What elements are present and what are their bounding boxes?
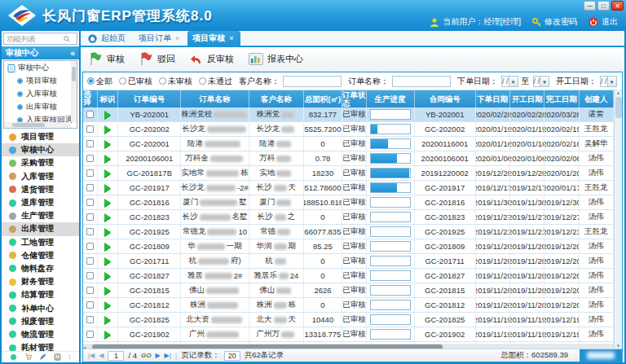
row-checkbox[interactable] [86, 125, 94, 133]
table-row[interactable]: 20200106001万科金万科0.78已审核202001060012020/0… [83, 151, 614, 166]
column-header-标识[interactable]: 标识 [98, 90, 119, 107]
tree-item-入库审核[interactable]: 入库审核 [4, 87, 77, 100]
first-page-button[interactable]: |◀ [88, 353, 95, 359]
sidebar-item-报废管理[interactable]: 报废管理 [2, 315, 79, 328]
column-header-订单编号[interactable]: 订单编号 [118, 90, 181, 107]
logout-link[interactable]: 退出 [589, 16, 618, 28]
tree-item-出库审核[interactable]: 出库审核 [4, 100, 77, 113]
tree-item-项目审核[interactable]: 项目审核 [4, 74, 77, 87]
sidebar-panel-header[interactable]: 审核中心 « [2, 46, 79, 59]
column-header-完工日期[interactable]: 完工日期 [544, 90, 579, 107]
row-checkbox[interactable] [86, 169, 94, 177]
sidebar-item-财务管理[interactable]: 财务管理 [2, 275, 79, 288]
sidebar-item-仓储管理[interactable]: 仓储管理 [2, 249, 79, 262]
sidebar-item-退货管理[interactable]: 退货管理 [2, 183, 79, 196]
驳回-button[interactable]: 驳回 [139, 52, 175, 66]
sidebar-item-采购管理[interactable]: 采购管理 [2, 156, 79, 169]
row-checkbox[interactable] [86, 243, 94, 250]
row-checkbox[interactable] [86, 272, 94, 279]
column-header-选择[interactable]: 选择 [83, 90, 98, 107]
sidebar-item-入库管理[interactable]: 入库管理 [2, 170, 79, 183]
order-date-from-picker[interactable]: / /▾ [501, 76, 518, 87]
scroll-up-icon[interactable]: ▲ [616, 90, 621, 95]
go-button[interactable]: GO [141, 352, 151, 359]
row-checkbox[interactable] [86, 184, 94, 191]
sidebar-item-退库管理[interactable]: 退库管理 [2, 196, 79, 209]
审核-button[interactable]: 审核 [89, 52, 125, 66]
row-checkbox[interactable] [86, 140, 94, 147]
radio-未通过[interactable]: 未通过 [199, 76, 232, 87]
chevron-down-icon[interactable]: ▾ [607, 77, 616, 86]
tree-vertical-scrollbar[interactable] [71, 61, 77, 122]
function-search-input[interactable] [7, 35, 64, 43]
chevron-down-icon[interactable]: ▾ [540, 77, 549, 86]
tree-horizontal-scrollbar[interactable] [4, 122, 71, 128]
sidebar-item-生产管理[interactable]: 生产管理 [2, 209, 79, 222]
page-size-input[interactable] [224, 351, 240, 361]
table-row[interactable]: GC-201925常德龙10常德266077.835..已审核GC-201925… [83, 225, 614, 239]
column-header-客户名称[interactable]: 客户名称 [249, 90, 304, 107]
customer-name-input[interactable] [283, 76, 342, 87]
function-search[interactable] [3, 33, 77, 45]
column-header-订单状态[interactable]: 订单状态 [342, 90, 367, 107]
chevron-down-icon[interactable]: ▾ [509, 77, 518, 86]
tab-项目审核[interactable]: 项目审核× [187, 31, 240, 46]
row-checkbox[interactable] [86, 316, 94, 323]
page-number-input[interactable] [108, 351, 124, 361]
change-password-link[interactable]: 修改密码 [532, 16, 577, 28]
tab-close-icon[interactable]: × [229, 34, 233, 42]
row-checkbox[interactable] [86, 111, 94, 118]
next-page-button[interactable]: ▶ [155, 353, 160, 359]
报表中心-button[interactable]: 报表中心 [249, 53, 303, 65]
cart-icon[interactable] [24, 353, 32, 361]
sidebar-item-物料盘存[interactable]: 物料盘存 [2, 262, 79, 275]
minimize-button[interactable]: ─ [584, 1, 596, 11]
radio-全部[interactable]: 全部 [87, 76, 112, 87]
sidebar-item-项目管理[interactable]: 项目管理 [2, 130, 79, 143]
order-name-input[interactable] [392, 76, 451, 87]
row-checkbox[interactable] [86, 213, 94, 221]
table-row[interactable]: GC-201711杭府)杭0已审核GC-2017112019/11/202019… [83, 254, 614, 269]
table-row[interactable]: GC-201902广州广州万13318.775已审核GC-2019022019/… [83, 327, 614, 342]
table-row[interactable]: YB-202001株洲党校株洲党832.177已审核YB-2020012020/… [83, 107, 614, 122]
column-header-合同编号[interactable]: 合同编号 [415, 90, 476, 107]
table-row[interactable]: GC-201809华一期华润期85.25已审核GC-2018092019/11/… [83, 239, 614, 254]
table-row[interactable]: GC-202001陆港陆港0已审核202001160012020/01/1620… [83, 137, 614, 151]
start-date-picker[interactable]: / /▾ [600, 76, 617, 87]
radio-已审核[interactable]: 已审核 [119, 76, 152, 87]
row-checkbox[interactable] [86, 331, 94, 338]
more-icon[interactable]: ⁞ [68, 354, 70, 361]
column-header-开工日期[interactable]: 开工日期 [510, 90, 544, 107]
row-checkbox[interactable] [86, 257, 94, 265]
column-header-生产进度[interactable]: 生产进度 [367, 90, 415, 107]
collapse-icon[interactable]: « [70, 49, 75, 58]
table-row[interactable]: GC-201812株洲株洲栋0已审核GC-2018122019/11/20201… [83, 298, 614, 313]
tree-root-node[interactable]: 审核中心 [4, 61, 77, 74]
column-header-创建人[interactable]: 创建人 [580, 90, 614, 107]
green-dot-icon[interactable] [10, 353, 17, 361]
book-icon[interactable] [54, 353, 61, 361]
prev-page-button[interactable]: ◀ [99, 353, 104, 359]
table-row[interactable]: GC-202002长沙龙长沙龙65525.7200..已审核GC-2020022… [83, 122, 614, 137]
tab-起始页[interactable]: 起始页 [83, 31, 132, 46]
column-header-总面积(㎡)[interactable]: 总面积(㎡) [304, 90, 342, 107]
maximize-button[interactable]: □ [597, 1, 610, 11]
pen-icon[interactable] [39, 353, 46, 361]
table-row[interactable]: GC-201815佛山佛山2626已审核GC-2018152019/11/202… [83, 283, 614, 298]
sidebar-item-审核中心[interactable]: 审核中心 [2, 143, 79, 156]
sidebar-item-出库管理[interactable]: 出库管理 [2, 222, 79, 235]
sidebar-item-物流管理[interactable]: 物流管理 [2, 328, 79, 341]
last-page-button[interactable]: ▶| [165, 353, 171, 359]
table-row[interactable]: GC-201825北大资北大天10440已审核GC-2018252019/11/… [83, 313, 614, 327]
tab-项目订单[interactable]: 项目订单× [134, 31, 186, 46]
column-header-订单名称[interactable]: 订单名称 [181, 90, 249, 107]
radio-未审核[interactable]: 未审核 [159, 76, 192, 87]
column-header-下单日期[interactable]: 下单日期 [476, 90, 510, 107]
row-checkbox[interactable] [86, 287, 94, 294]
sidebar-item-补单中心[interactable]: 补单中心 [2, 301, 79, 314]
table-row[interactable]: GC-201817B实地常栋实地18230已审核201912200022019/… [83, 166, 614, 181]
row-checkbox[interactable] [86, 301, 94, 309]
row-checkbox[interactable] [86, 199, 94, 206]
table-row[interactable]: GC-201917长沙龙-2#长沙天8512.78600..已审核GC-2019… [83, 181, 614, 195]
order-date-to-picker[interactable]: / /▾ [533, 76, 550, 87]
